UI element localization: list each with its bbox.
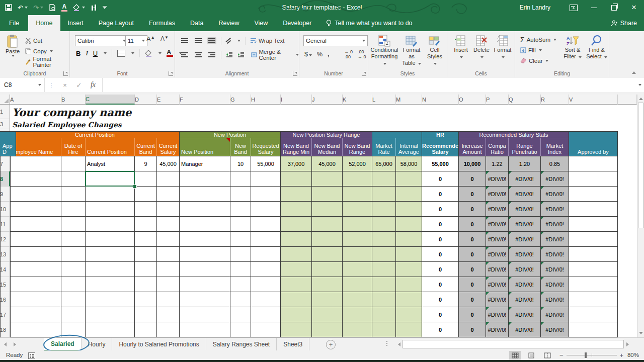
column-header-C[interactable]: C bbox=[86, 95, 135, 105]
format-as-table-button[interactable]: Format asTable bbox=[399, 35, 424, 66]
cell-V8[interactable] bbox=[569, 171, 618, 187]
cell-W11[interactable] bbox=[0, 217, 1, 232]
wrap-text-button[interactable]: Wrap Text bbox=[250, 35, 284, 46]
cell-E12[interactable] bbox=[157, 232, 180, 247]
cell-L11[interactable] bbox=[372, 217, 396, 232]
cell-B17[interactable] bbox=[61, 307, 86, 322]
cell-C7[interactable]: Analyst bbox=[86, 156, 135, 171]
borders-dropdown[interactable] bbox=[131, 52, 134, 54]
cell-D17[interactable] bbox=[135, 307, 157, 322]
cell-D9[interactable] bbox=[135, 187, 157, 202]
cell-B12[interactable] bbox=[61, 232, 86, 247]
header-cell-new-band-median[interactable]: New Band Median bbox=[312, 138, 343, 156]
collapse-ribbon-button[interactable] bbox=[632, 71, 636, 74]
cell-B16[interactable] bbox=[61, 292, 86, 307]
cell-V11[interactable] bbox=[569, 217, 618, 232]
cell-P13[interactable]: #DIV/0! bbox=[486, 247, 509, 262]
cell-B13[interactable] bbox=[61, 247, 86, 262]
cell-P14[interactable]: #DIV/0! bbox=[486, 262, 509, 277]
cell-C18[interactable] bbox=[86, 322, 135, 337]
align-center-button[interactable] bbox=[194, 51, 203, 58]
cell-P17[interactable]: #DIV/0! bbox=[486, 307, 509, 322]
row-header-3[interactable]: 3 bbox=[0, 119, 10, 129]
sheet-subtitle-cell[interactable]: Salaried Employee Changes bbox=[12, 120, 213, 129]
cell-N18[interactable]: 0 bbox=[422, 322, 459, 337]
cell-G10[interactable] bbox=[230, 202, 251, 217]
cell-G12[interactable] bbox=[230, 232, 251, 247]
scroll-down-button[interactable] bbox=[638, 329, 644, 337]
cell-G7[interactable]: 10 bbox=[230, 156, 251, 171]
cell-A13[interactable] bbox=[10, 247, 61, 262]
cell-B14[interactable] bbox=[61, 262, 86, 277]
sheet-tab-salary-ranges-sheet[interactable]: Salary Ranges Sheet bbox=[206, 338, 277, 351]
cell-P7[interactable]: 1.22 bbox=[486, 156, 509, 171]
header-cell-increase-amount[interactable]: Increase Amount bbox=[459, 138, 486, 156]
ribbon-tab-view[interactable]: View bbox=[247, 15, 275, 31]
scroll-left-button[interactable] bbox=[395, 340, 403, 348]
cell-E15[interactable] bbox=[157, 277, 180, 292]
top-align-button[interactable] bbox=[180, 37, 189, 44]
cell-A10[interactable] bbox=[10, 202, 61, 217]
cell-A7[interactable] bbox=[10, 156, 61, 171]
cell-L8[interactable] bbox=[372, 171, 396, 187]
sheet-tab-hourly[interactable]: Hourly bbox=[82, 338, 113, 351]
share-button[interactable]: Share bbox=[611, 15, 637, 31]
header-cell-current-salary[interactable]: Current Salary bbox=[157, 138, 180, 156]
cell-I10[interactable] bbox=[281, 202, 312, 217]
cell-B18[interactable] bbox=[61, 322, 86, 337]
cell-R17[interactable]: #DIV/0! bbox=[541, 307, 569, 322]
cell-C9[interactable] bbox=[86, 187, 135, 202]
cell-V12[interactable] bbox=[569, 232, 618, 247]
cell-M9[interactable] bbox=[396, 187, 422, 202]
font-size-select[interactable]: 11 bbox=[125, 35, 147, 46]
cell-R12[interactable]: #DIV/0! bbox=[541, 232, 569, 247]
group-header-current-position[interactable]: Current Position bbox=[10, 131, 180, 138]
cell-Q8[interactable]: #DIV/0! bbox=[509, 171, 541, 187]
ribbon-tab-formulas[interactable]: Formulas bbox=[141, 15, 183, 31]
cell-H7[interactable]: 55,000 bbox=[251, 156, 281, 171]
cell-D11[interactable] bbox=[135, 217, 157, 232]
percent-format-button[interactable]: % bbox=[317, 51, 323, 58]
cell-K7[interactable]: 52,000 bbox=[343, 156, 372, 171]
column-header-I[interactable]: I bbox=[281, 95, 312, 105]
cell-W18[interactable] bbox=[0, 322, 1, 337]
cell-E9[interactable] bbox=[157, 187, 180, 202]
cell-I11[interactable] bbox=[281, 217, 312, 232]
cell-M13[interactable] bbox=[396, 247, 422, 262]
column-header-E[interactable]: E bbox=[157, 95, 180, 105]
cell-E16[interactable] bbox=[157, 292, 180, 307]
cell-O10[interactable]: 0 bbox=[459, 202, 486, 217]
header-cell-new-band-range-min[interactable]: New Band Range Min bbox=[281, 138, 312, 156]
cell-L13[interactable] bbox=[372, 247, 396, 262]
column-header-K[interactable]: K bbox=[343, 95, 372, 105]
cell-M14[interactable] bbox=[396, 262, 422, 277]
cell-G17[interactable] bbox=[230, 307, 251, 322]
underline-button[interactable]: U bbox=[93, 50, 98, 57]
cell-F11[interactable] bbox=[180, 217, 230, 232]
cell-I12[interactable] bbox=[281, 232, 312, 247]
cell-F13[interactable] bbox=[180, 247, 230, 262]
column-header-R[interactable]: R bbox=[541, 95, 569, 105]
cell-O9[interactable]: 0 bbox=[459, 187, 486, 202]
delete-cells-button[interactable]: Delete bbox=[471, 35, 492, 60]
cell-H14[interactable] bbox=[251, 262, 281, 277]
cell-H18[interactable] bbox=[251, 322, 281, 337]
cell-O13[interactable]: 0 bbox=[459, 247, 486, 262]
header-cell-compa-ratio[interactable]: Compa Ratio bbox=[486, 138, 509, 156]
column-header-B[interactable]: B bbox=[61, 95, 86, 105]
column-header-O[interactable]: O bbox=[459, 95, 486, 105]
zoom-slider-thumb[interactable] bbox=[585, 352, 587, 358]
currency-format-button[interactable]: $ bbox=[304, 51, 312, 58]
cell-B15[interactable] bbox=[61, 277, 86, 292]
company-name-cell[interactable]: Your company name bbox=[12, 106, 213, 119]
cell-O15[interactable]: 0 bbox=[459, 277, 486, 292]
cell-Q10[interactable]: #DIV/0! bbox=[509, 202, 541, 217]
cell-M7[interactable]: 58,000 bbox=[396, 156, 422, 171]
cell-V18[interactable] bbox=[569, 322, 618, 337]
cell-E14[interactable] bbox=[157, 262, 180, 277]
cell-D15[interactable] bbox=[135, 277, 157, 292]
column-header-N[interactable]: N bbox=[422, 95, 459, 105]
comma-format-button[interactable]: , bbox=[328, 51, 329, 58]
select-all-corner[interactable] bbox=[0, 95, 10, 105]
cell-J17[interactable] bbox=[312, 307, 343, 322]
